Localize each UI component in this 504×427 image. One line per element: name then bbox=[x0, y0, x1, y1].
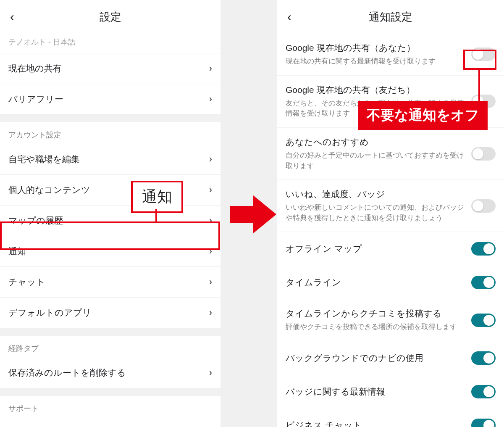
row-title: Google 現在地の共有（あなた） bbox=[286, 42, 465, 54]
divider bbox=[0, 388, 220, 396]
row-title: いいね、達成度、バッジ bbox=[286, 188, 465, 200]
toggle[interactable] bbox=[471, 242, 496, 256]
chevron-right-icon: › bbox=[209, 277, 212, 287]
section-header-account: アカウント設定 bbox=[0, 122, 220, 144]
row-chat[interactable]: チャット › bbox=[0, 267, 220, 298]
notification-row[interactable]: Google 現在地の共有（あなた）現在地の共有に関する最新情報を受け取ります bbox=[277, 34, 504, 76]
row-label: 保存済みのルートを削除する bbox=[8, 367, 126, 379]
row-text: Google 現在地の共有（あなた）現在地の共有に関する最新情報を受け取ります bbox=[286, 42, 471, 67]
header: ‹ 設定 bbox=[0, 0, 220, 34]
row-label: 自宅や職場を編集 bbox=[8, 153, 80, 165]
notification-settings-screen: ‹ 通知設定 Google 現在地の共有（あなた）現在地の共有に関する最新情報を… bbox=[277, 0, 504, 427]
notification-row[interactable]: タイムライン bbox=[277, 266, 504, 299]
row-title: あなたへのおすすめ bbox=[286, 136, 465, 148]
row-text: タイムラインからクチコミを投稿する評価やクチコミを投稿できる場所の候補を取得しま… bbox=[286, 308, 471, 332]
notification-row[interactable]: オフライン マップ bbox=[277, 232, 504, 266]
row-title: オフライン マップ bbox=[286, 243, 362, 255]
back-icon[interactable]: ‹ bbox=[7, 8, 18, 26]
toggle[interactable] bbox=[471, 276, 496, 289]
row-label: デフォルトのアプリ bbox=[8, 307, 92, 319]
annotation-line bbox=[478, 69, 480, 103]
row-label: チャット bbox=[8, 276, 45, 288]
row-label: 個人的なコンテンツ bbox=[8, 184, 90, 196]
notification-row[interactable]: ビジネス チャット bbox=[277, 409, 504, 427]
row-delete-saved-routes[interactable]: 保存済みのルートを削除する › bbox=[0, 358, 220, 388]
notification-row[interactable]: バックグラウンドでのナビの使用 bbox=[277, 341, 504, 375]
row-text: ビジネス チャット bbox=[286, 419, 362, 427]
toggle[interactable] bbox=[471, 351, 496, 365]
chevron-right-icon: › bbox=[209, 154, 212, 165]
row-label: 通知 bbox=[8, 245, 26, 257]
toggle[interactable] bbox=[471, 314, 496, 327]
row-notifications[interactable]: 通知 › bbox=[0, 236, 220, 267]
row-title: タイムラインからクチコミを投稿する bbox=[286, 308, 465, 319]
row-title: バックグラウンドでのナビの使用 bbox=[286, 352, 423, 364]
page-title: 通知設定 bbox=[369, 10, 412, 24]
row-label: バリアフリー bbox=[8, 93, 63, 105]
divider bbox=[0, 115, 220, 122]
toggle[interactable] bbox=[471, 199, 496, 213]
notification-row[interactable]: いいね、達成度、バッジいいねや新しいコメントについての通知、およびバッジや特典を… bbox=[277, 180, 504, 232]
annotation-callout-notif: 通知 bbox=[131, 181, 183, 213]
back-icon[interactable]: ‹ bbox=[284, 8, 295, 26]
row-text: バッジに関する最新情報 bbox=[286, 386, 385, 398]
toggle[interactable] bbox=[471, 147, 496, 161]
toggle[interactable] bbox=[471, 385, 496, 398]
row-text: タイムライン bbox=[286, 277, 341, 288]
row-subtitle: 評価やクチコミを投稿できる場所の候補を取得します bbox=[286, 322, 465, 332]
divider bbox=[0, 328, 220, 336]
chevron-right-icon: › bbox=[209, 246, 212, 257]
chevron-right-icon: › bbox=[209, 63, 212, 74]
row-location-sharing[interactable]: 現在地の共有 › bbox=[0, 53, 220, 84]
toggle[interactable] bbox=[471, 419, 496, 427]
chevron-right-icon: › bbox=[209, 367, 212, 378]
row-text: バックグラウンドでのナビの使用 bbox=[286, 352, 423, 364]
toggle[interactable] bbox=[471, 47, 496, 61]
row-subtitle: 現在地の共有に関する最新情報を受け取ります bbox=[286, 56, 465, 67]
row-text: あなたへのおすすめ自分の好みと予定中のルートに基づいておすすめを受け取ります bbox=[286, 136, 471, 171]
settings-screen: ‹ 設定 テノオルト - 日本語 現在地の共有 › バリアフリー › アカウント… bbox=[0, 0, 220, 427]
row-text: いいね、達成度、バッジいいねや新しいコメントについての通知、およびバッジや特典を… bbox=[286, 188, 471, 223]
row-title: Google 現在地の共有（友だち） bbox=[286, 84, 465, 96]
row-personal-content[interactable]: 個人的なコンテンツ › bbox=[0, 175, 220, 206]
notification-row[interactable]: タイムラインからクチコミを投稿する評価やクチコミを投稿できる場所の候補を取得しま… bbox=[277, 299, 504, 341]
annotation-banner: 不要な通知をオフ bbox=[358, 101, 488, 130]
page-title: 設定 bbox=[100, 10, 121, 24]
chevron-right-icon: › bbox=[209, 215, 212, 226]
row-title: タイムライン bbox=[286, 277, 341, 288]
section-header-support: サポート bbox=[0, 396, 220, 418]
chevron-right-icon: › bbox=[209, 94, 212, 105]
notification-row[interactable]: バッジに関する最新情報 bbox=[277, 375, 504, 409]
row-label: マップの履歴 bbox=[8, 215, 63, 227]
row-default-language[interactable]: テノオルト - 日本語 bbox=[0, 34, 220, 53]
row-label: 現在地の共有 bbox=[8, 63, 62, 74]
chevron-right-icon: › bbox=[209, 307, 212, 318]
svg-marker-0 bbox=[230, 195, 276, 233]
section-header-route: 経路タブ bbox=[0, 336, 220, 358]
header: ‹ 通知設定 bbox=[277, 0, 504, 34]
notification-row[interactable]: あなたへのおすすめ自分の好みと予定中のルートに基づいておすすめを受け取ります bbox=[277, 128, 504, 180]
row-edit-home-work[interactable]: 自宅や職場を編集 › bbox=[0, 144, 220, 175]
row-shake-feedback[interactable]: シェイクでフィードバックを送信 bbox=[0, 418, 220, 427]
row-text: オフライン マップ bbox=[286, 243, 362, 255]
row-subtitle: いいねや新しいコメントについての通知、およびバッジや特典を獲得したときに通知を受… bbox=[286, 203, 465, 223]
row-title: バッジに関する最新情報 bbox=[286, 386, 385, 398]
row-default-apps[interactable]: デフォルトのアプリ › bbox=[0, 298, 220, 328]
annotation-line bbox=[155, 209, 157, 223]
row-subtitle: 自分の好みと予定中のルートに基づいておすすめを受け取ります bbox=[286, 150, 465, 171]
arrow-icon bbox=[230, 193, 276, 235]
chevron-right-icon: › bbox=[209, 185, 212, 195]
row-maps-history[interactable]: マップの履歴 › bbox=[0, 206, 220, 236]
row-accessibility[interactable]: バリアフリー › bbox=[0, 84, 220, 115]
row-title: ビジネス チャット bbox=[286, 419, 362, 427]
